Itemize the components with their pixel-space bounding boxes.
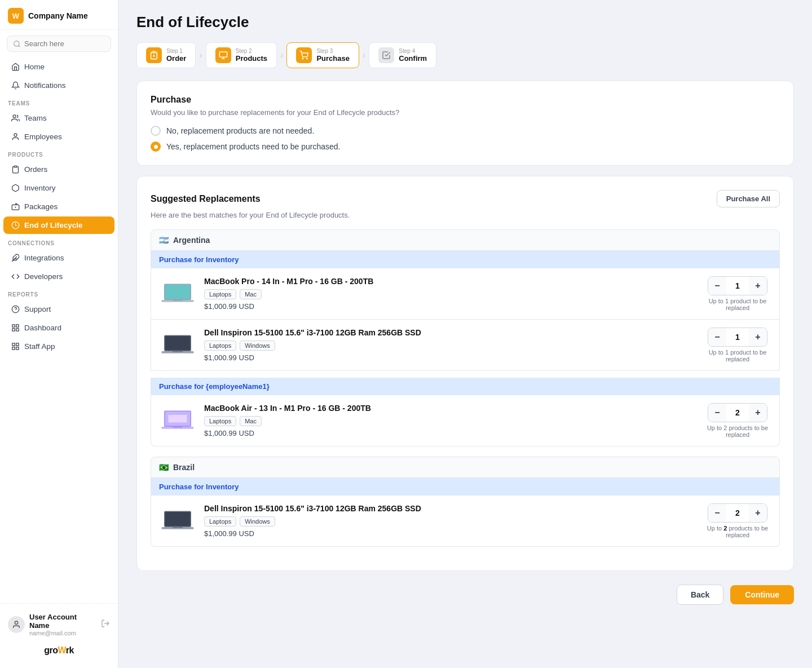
continue-button[interactable]: Continue — [730, 585, 794, 604]
brazil-header: 🇧🇷 Brazil — [151, 457, 780, 478]
step-purchase-icon — [296, 47, 312, 63]
sidebar-item-orders[interactable]: Orders — [3, 161, 114, 178]
sidebar-item-packages[interactable]: Packages — [3, 198, 114, 215]
bottom-actions: Back Continue — [136, 585, 794, 605]
developers-label: Developers — [24, 272, 63, 281]
step-confirm[interactable]: Step 4 Confirm — [369, 42, 436, 68]
sidebar-item-inventory[interactable]: Inventory — [3, 179, 114, 197]
qty-increase-macbook-air[interactable]: + — [749, 404, 767, 422]
suggested-subtitle: Here are the best matches for your End o… — [151, 211, 780, 219]
dell-brazil-price: $1,000.99 USD — [204, 529, 696, 538]
sidebar-item-employees[interactable]: Employees — [3, 128, 114, 145]
argentina-inventory-bar: Purchase for Inventory — [151, 251, 780, 268]
user-icon — [12, 620, 21, 629]
macbook-air-info: MacBook Air - 13 In - M1 Pro - 16 GB - 2… — [204, 404, 696, 437]
macbook-pro-price: $1,000.99 USD — [204, 302, 696, 311]
sidebar-item-teams[interactable]: Teams — [3, 109, 114, 127]
step-order-text: Step 1 Order — [166, 48, 186, 63]
purchase-all-button[interactable]: Purchase All — [717, 190, 780, 207]
employees-label: Employees — [24, 132, 62, 141]
tag-laptops-4: Laptops — [204, 516, 236, 527]
orders-label: Orders — [24, 165, 47, 174]
svg-rect-44 — [165, 512, 191, 527]
svg-line-1 — [19, 45, 20, 47]
growrk-logo: groWrk — [8, 640, 110, 657]
macbook-air-tags: Laptops Mac — [204, 416, 696, 426]
step-products[interactable]: Step 2 Products — [206, 42, 277, 68]
sidebar-item-staffapp[interactable]: Staff App — [3, 338, 114, 355]
step-purchase[interactable]: Step 3 Purchase — [286, 42, 359, 68]
qty-increase-macbook-pro[interactable]: + — [749, 277, 767, 295]
package-icon — [11, 202, 20, 211]
code-icon — [11, 272, 20, 281]
company-header[interactable]: W Company Name — [0, 0, 118, 30]
back-button[interactable]: Back — [677, 585, 723, 605]
qty-decrease-dell-1[interactable]: − — [708, 328, 726, 346]
logout-icon[interactable] — [101, 619, 110, 630]
svg-rect-19 — [12, 347, 15, 350]
qty-decrease-dell-brazil[interactable]: − — [708, 504, 726, 522]
qty-macbook-pro: − 1 + Up to 1 product to be replaced — [704, 276, 771, 311]
step-arrow-3: › — [359, 50, 369, 60]
qty-increase-dell-brazil[interactable]: + — [749, 504, 767, 522]
tag-windows: Windows — [240, 340, 275, 351]
purchase-option-no[interactable]: No, replacement products are not needed. — [151, 126, 780, 136]
dell-1-image — [159, 330, 196, 360]
svg-rect-16 — [12, 343, 15, 346]
qty-hint-macbook-pro: Up to 1 product to be replaced — [704, 298, 771, 311]
macbook-air-name: MacBook Air - 13 In - M1 Pro - 16 GB - 2… — [204, 404, 696, 413]
qty-macbook-air: − 2 + Up to 2 products to be replaced — [704, 403, 771, 438]
step-order[interactable]: Step 1 Order — [136, 42, 196, 68]
users-icon — [11, 114, 20, 122]
purchase-card: Purchase Would you like to purchase repl… — [136, 81, 794, 166]
step-confirm-text: Step 4 Confirm — [399, 48, 427, 63]
country-brazil: 🇧🇷 Brazil Purchase for Inventory Dell In… — [151, 457, 780, 547]
sidebar-item-home[interactable]: Home — [3, 58, 114, 76]
tag-windows-2: Windows — [240, 516, 275, 527]
grid-icon — [11, 342, 20, 351]
reports-section-label: REPORTS — [0, 286, 118, 300]
product-row-macbook-air: MacBook Air - 13 In - M1 Pro - 16 GB - 2… — [151, 395, 780, 446]
svg-rect-33 — [173, 300, 183, 301]
purchase-card-title: Purchase — [151, 95, 780, 105]
country-argentina: 🇦🇷 Argentina Purchase for Inventory MacB… — [151, 229, 780, 446]
svg-point-20 — [15, 621, 17, 624]
radio-no[interactable] — [151, 126, 161, 136]
qty-hint-macbook-air: Up to 2 products to be replaced — [704, 424, 771, 438]
suggested-header: Suggested Replacements Purchase All — [151, 190, 780, 207]
qty-decrease-macbook-air[interactable]: − — [708, 404, 726, 422]
qty-hint-dell-1: Up to 1 product to be replaced — [704, 349, 771, 362]
sidebar-item-support[interactable]: Support — [3, 300, 114, 318]
svg-rect-14 — [16, 329, 19, 331]
brazil-inventory-bar: Purchase for Inventory — [151, 478, 780, 496]
qty-increase-dell-1[interactable]: + — [749, 328, 767, 346]
integrations-label: Integrations — [24, 254, 64, 262]
stepper: Step 1 Order › Step 2 Products › Step 3 … — [136, 42, 794, 68]
sidebar-item-developers[interactable]: Developers — [3, 268, 114, 285]
search-input[interactable] — [24, 39, 105, 48]
tag-mac-2: Mac — [240, 416, 262, 426]
tag-laptops-2: Laptops — [204, 340, 236, 351]
dell-brazil-name: Dell Inspiron 15-5100 15.6" i3-7100 12GB… — [204, 504, 696, 513]
qty-dell-brazil: − 2 + Up to 2 products to be replaced — [704, 503, 771, 538]
box-icon — [11, 184, 20, 192]
sidebar-item-dashboard[interactable]: Dashboard — [3, 319, 114, 337]
purchase-option-yes[interactable]: Yes, replacement products need to be pur… — [151, 141, 780, 152]
sidebar-item-eol[interactable]: End of Lifecycle — [3, 216, 114, 234]
qty-row-dell-1: − 1 + — [708, 328, 767, 347]
sidebar-item-notifications[interactable]: Notifications — [3, 77, 114, 94]
step-products-icon — [215, 47, 231, 63]
sidebar: W Company Name Home Notifications TEAMS … — [0, 0, 118, 668]
svg-rect-42 — [173, 427, 183, 428]
svg-rect-18 — [16, 347, 19, 350]
macbook-air-image — [159, 406, 196, 435]
svg-rect-31 — [165, 285, 191, 299]
user-email: name@mail.com — [29, 630, 96, 636]
macbook-air-price: $1,000.99 USD — [204, 429, 696, 437]
argentina-flag: 🇦🇷 — [159, 236, 169, 245]
sidebar-item-integrations[interactable]: Integrations — [3, 249, 114, 267]
clipboard-icon — [11, 165, 20, 174]
radio-yes[interactable] — [151, 141, 161, 152]
search-box[interactable] — [7, 36, 111, 52]
qty-decrease-macbook-pro[interactable]: − — [708, 277, 726, 295]
